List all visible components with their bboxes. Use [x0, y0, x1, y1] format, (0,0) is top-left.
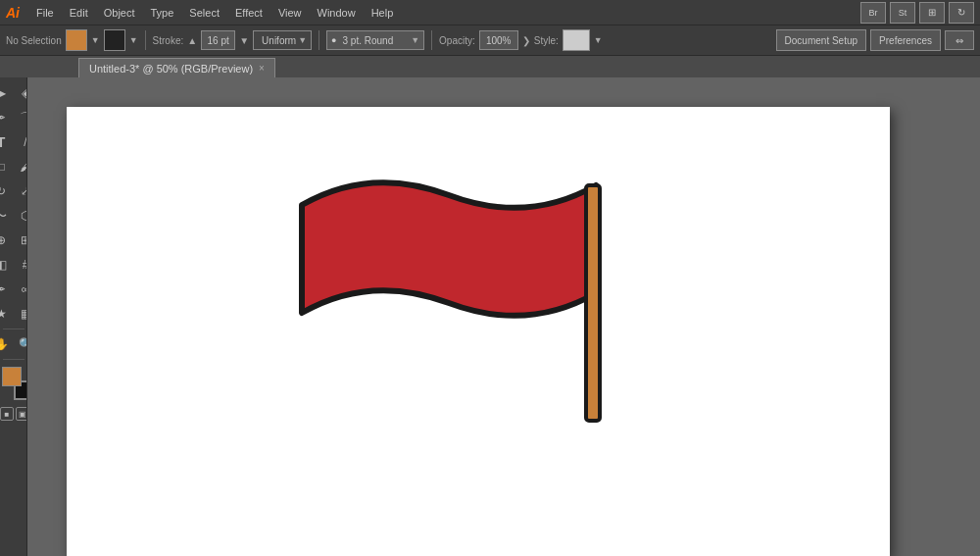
fill-swatch[interactable] [66, 29, 87, 51]
menu-select[interactable]: Select [182, 5, 226, 21]
stroke-label: Stroke: [153, 35, 184, 46]
menu-bar: Ai File Edit Object Type Select Effect V… [0, 0, 980, 25]
tool-sep-2 [3, 359, 24, 360]
fill-chevron[interactable]: ▼ [91, 35, 100, 45]
stroke-up-icon[interactable]: ▲ [187, 35, 197, 46]
chart-tool[interactable]: ▦ [14, 302, 27, 326]
sep1 [145, 30, 146, 50]
menu-edit[interactable]: Edit [63, 5, 95, 21]
fill-color-swatch[interactable] [2, 367, 22, 386]
sep3 [431, 30, 432, 50]
tool-row-7: ⊕ ⊞ [0, 228, 27, 252]
style-label: Style: [534, 35, 559, 46]
tool-row-11: ✋ 🔍 [0, 332, 27, 356]
menu-object[interactable]: Object [97, 5, 142, 21]
tool-row-3: T / [0, 130, 27, 154]
bridge-btn[interactable]: Br [860, 2, 886, 24]
opacity-label: Opacity: [439, 35, 475, 46]
mesh-tool[interactable]: # [14, 253, 27, 277]
gradient-icon[interactable]: ▣ [16, 407, 27, 421]
zoom-tool[interactable]: 🔍 [14, 332, 27, 356]
tab-close-btn[interactable]: × [259, 63, 265, 74]
doc-setup-button[interactable]: Document Setup [776, 29, 867, 51]
tool-row-4: □ 🖌 [0, 155, 27, 178]
tab-label: Untitled-3* @ 50% (RGB/Preview) [89, 63, 253, 75]
menu-window[interactable]: Window [311, 5, 363, 21]
stroke-size-field[interactable]: 16 pt [201, 30, 235, 50]
type-tool[interactable]: T [0, 130, 13, 154]
tool-row-5: ↻ ⤢ [0, 179, 27, 203]
brush-dropdown[interactable]: ● 3 pt. Round ▼ [326, 30, 424, 50]
sync-icon[interactable]: ↻ [949, 2, 974, 24]
rotate-tool[interactable]: ↻ [0, 179, 13, 203]
menu-type[interactable]: Type [144, 5, 181, 21]
stroke-swatch[interactable] [104, 29, 125, 51]
tool-row-9: ✒ ∞ [0, 278, 27, 301]
opacity-field[interactable]: 100% [479, 30, 518, 50]
app-logo: Ai [6, 5, 20, 21]
artboard [67, 107, 890, 556]
tool-row-10: ★ ▦ [0, 302, 27, 326]
menu-file[interactable]: File [29, 5, 61, 21]
brush-chevron[interactable]: ▼ [411, 35, 419, 45]
gradient-tool[interactable]: ◧ [0, 253, 13, 277]
stroke-type-dropdown[interactable]: Uniform ▼ [253, 30, 312, 50]
menu-view[interactable]: View [271, 5, 309, 21]
preferences-button[interactable]: Preferences [870, 29, 941, 51]
tool-row-1: ▶ ◈ [0, 81, 27, 105]
hand-tool[interactable]: ✋ [0, 332, 13, 356]
document-tab[interactable]: Untitled-3* @ 50% (RGB/Preview) × [78, 58, 275, 77]
color-mode-icons: ■ ▣ ✕ [0, 407, 27, 421]
artwork [292, 176, 664, 489]
line-tool[interactable]: / [14, 130, 27, 154]
color-icon[interactable]: ■ [0, 407, 14, 421]
transform-icon[interactable]: ⇔ [945, 30, 974, 50]
tool-sep-1 [3, 329, 24, 329]
stroke-down-icon[interactable]: ▼ [239, 35, 249, 46]
menu-help[interactable]: Help [365, 5, 401, 21]
menu-effect[interactable]: Effect [228, 5, 270, 21]
paintbrush-tool[interactable]: 🖌 [14, 155, 27, 178]
selection-tool[interactable]: ▶ [0, 81, 13, 105]
selection-label: No Selection [6, 35, 62, 46]
tool-row-2: ✒ ⌒ [0, 106, 27, 129]
tab-bar: Untitled-3* @ 50% (RGB/Preview) × [0, 56, 980, 77]
stroke-chevron[interactable]: ▼ [129, 35, 138, 45]
direct-select-tool[interactable]: ◈ [14, 81, 27, 105]
stroke-type-label: Uniform [262, 35, 296, 46]
left-toolbar: ▶ ◈ ✒ ⌒ T / □ 🖌 ↻ ⤢ 〜 ⬡ ⊕ ⊞ ◧ # [0, 77, 27, 556]
stroke-type-chevron[interactable]: ▼ [298, 35, 307, 45]
free-transform-tool[interactable]: ⬡ [14, 204, 27, 227]
brush-label: 3 pt. Round [342, 35, 393, 46]
pen-tool[interactable]: ✒ [0, 106, 13, 129]
style-chevron[interactable]: ▼ [594, 35, 603, 45]
svg-rect-0 [586, 185, 600, 421]
color-swatches [0, 367, 27, 400]
top-toolbar: No Selection ▼ ▼ Stroke: ▲ 16 pt ▼ Unifo… [0, 25, 980, 56]
eyedropper-tool[interactable]: ✒ [0, 278, 13, 301]
tool-row-8: ◧ # [0, 253, 27, 277]
perspective-tool[interactable]: ⊞ [14, 228, 27, 252]
curvature-tool[interactable]: ⌒ [14, 106, 27, 129]
tool-row-6: 〜 ⬡ [0, 204, 27, 227]
style-swatch[interactable] [563, 29, 590, 51]
warp-tool[interactable]: 〜 [0, 204, 13, 227]
stock-btn[interactable]: St [890, 2, 915, 24]
canvas-area[interactable] [27, 77, 980, 556]
opacity-more-icon[interactable]: ❯ [522, 35, 530, 46]
scale-tool[interactable]: ⤢ [14, 179, 27, 203]
sep2 [318, 30, 319, 50]
grid-icon[interactable]: ⊞ [919, 2, 945, 24]
symbol-tool[interactable]: ★ [0, 302, 13, 326]
main-area: ▶ ◈ ✒ ⌒ T / □ 🖌 ↻ ⤢ 〜 ⬡ ⊕ ⊞ ◧ # [0, 77, 980, 556]
shape-builder-tool[interactable]: ⊕ [0, 228, 13, 252]
blend-tool[interactable]: ∞ [14, 278, 27, 301]
rect-tool[interactable]: □ [0, 155, 13, 178]
